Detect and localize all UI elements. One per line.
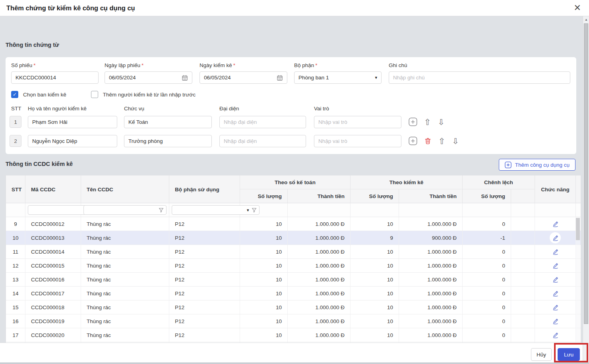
person-role-input[interactable] — [314, 116, 401, 128]
cell-bo-phan: P12 — [169, 259, 240, 272]
table-row[interactable]: 16 CCDC000019 Thùng rác P12 10 1.000.000… — [6, 314, 581, 328]
edit-row-button[interactable] — [550, 232, 561, 243]
checkbox-icon[interactable]: ✓ — [91, 91, 98, 98]
edit-row-button[interactable] — [550, 288, 561, 299]
cell-bo-phan: P12 — [169, 231, 240, 245]
required-marker: * — [33, 62, 35, 68]
cell-empty — [511, 217, 535, 231]
ngay-kiem-ke-datepicker[interactable]: 06/05/2024 — [200, 71, 287, 84]
dialog-title: Thêm chứng từ kiểm kê công cụ dụng cụ — [6, 4, 135, 12]
sub-header-so-luong: Số lượng — [463, 189, 511, 203]
cancel-button[interactable]: Hủy — [531, 348, 552, 361]
cell-so-luong-kiem-ke: 10 — [351, 314, 399, 328]
dialog-vertical-scrollbar[interactable]: ▲ — [583, 16, 589, 364]
person-representative-input[interactable] — [219, 116, 306, 128]
person-position-input[interactable] — [124, 116, 212, 128]
cell-so-luong-so-ke-toan: 10 — [240, 287, 288, 300]
people-header-role: Vai trò — [314, 106, 329, 112]
calendar-icon[interactable] — [277, 75, 283, 81]
section-title-ccdc-info: Thông tin CCDC kiểm kê — [6, 161, 73, 167]
person-role-input[interactable] — [314, 135, 401, 147]
table-row[interactable]: 14 CCDC000017 Thùng rác P12 10 1.000.000… — [6, 287, 581, 300]
cell-ma-ccdc: CCDC000020 — [25, 328, 81, 342]
dialog-body: Thông tin chứng từ Số phiếu* Ngày lập ph… — [0, 16, 583, 343]
cell-thanh-tien-kiem-ke: 1.000.000 Đ — [399, 300, 463, 314]
cell-bo-phan: P12 — [169, 273, 240, 286]
edit-row-button[interactable] — [550, 260, 561, 271]
add-person-button[interactable] — [409, 137, 417, 145]
table-row[interactable]: 9 CCDC000012 Thùng rác P12 10 1.000.000 … — [6, 217, 581, 231]
cell-so-luong-so-ke-toan: 10 — [240, 245, 288, 258]
filter-ten-ccdc-input[interactable] — [86, 207, 156, 213]
cell-ten-ccdc: Thùng rác — [81, 300, 169, 314]
edit-row-button[interactable] — [550, 246, 561, 257]
edit-row-button[interactable] — [550, 218, 561, 229]
cell-thanh-tien-so-ke-toan: 1.000.000 Đ — [288, 328, 351, 342]
person-position-input[interactable] — [124, 135, 212, 147]
person-representative-input[interactable] — [219, 135, 306, 147]
move-up-icon[interactable]: ⇧ — [424, 118, 431, 126]
cell-so-luong-so-ke-toan: 10 — [240, 314, 288, 328]
edit-row-button[interactable] — [550, 316, 561, 327]
people-header-position: Chức vụ — [124, 106, 144, 112]
sub-header-empty — [511, 189, 535, 203]
cell-ma-ccdc: CCDC000019 — [25, 314, 81, 328]
cell-stt: 10 — [6, 231, 25, 245]
save-button[interactable]: Lưu — [558, 348, 580, 361]
cell-stt: 13 — [6, 273, 25, 286]
move-down-icon[interactable]: ⇩ — [452, 137, 459, 145]
bo-phan-select[interactable]: Phòng ban 1 ▾ — [294, 71, 382, 84]
table-row[interactable]: 17 CCDC000020 Thùng rác P12 10 1.000.000… — [6, 328, 581, 342]
cell-so-luong-chenh-lech: 0 — [463, 314, 511, 328]
add-ccdc-button[interactable]: Thêm công cụ dụng cụ — [499, 159, 575, 171]
required-marker: * — [315, 62, 317, 68]
group-header-theo-kiem-ke: Theo kiểm kê — [351, 175, 463, 189]
table-row[interactable]: 10 CCDC000013 Thùng rác P12 10 1.000.000… — [6, 231, 581, 245]
scroll-up-icon[interactable]: ▲ — [583, 18, 589, 21]
person-name-input[interactable] — [28, 135, 117, 147]
dialog-titlebar: Thêm chứng từ kiểm kê công cụ dụng cụ ✕ — [0, 0, 589, 16]
person-name-input[interactable] — [28, 116, 117, 128]
filter-bo-phan-input[interactable] — [174, 207, 244, 213]
delete-person-icon[interactable] — [424, 137, 432, 145]
table-row[interactable]: 12 CCDC000015 Thùng rác P12 10 1.000.000… — [6, 259, 581, 273]
sub-header-thanh-tien: Thành tiền — [399, 189, 463, 203]
edit-row-button[interactable] — [550, 329, 561, 341]
sub-header-so-luong: Số lượng — [240, 189, 288, 203]
checkbox-them-nguoi-kiem-ke[interactable]: ✓ Thêm người kiểm kê từ lần nhập trước — [91, 91, 196, 98]
close-icon[interactable]: ✕ — [574, 3, 581, 13]
sub-header-thanh-tien: Thành tiền — [288, 189, 351, 203]
cell-thanh-tien-so-ke-toan: 1.000.000 Đ — [288, 273, 351, 286]
table-vertical-scrollbar[interactable]: ▼ — [575, 217, 580, 354]
scrollbar-thumb[interactable] — [584, 23, 588, 324]
people-header-representative: Đại diện — [219, 106, 239, 112]
cell-thanh-tien-kiem-ke: 1.000.000 Đ — [399, 287, 463, 300]
checkbox-chon-ban-kiem-ke[interactable]: ✓ Chọn ban kiểm kê — [11, 91, 66, 98]
checkbox-icon[interactable]: ✓ — [11, 91, 18, 98]
add-person-button[interactable] — [409, 117, 417, 126]
cell-so-luong-kiem-ke: 10 — [351, 273, 399, 286]
cell-thanh-tien-so-ke-toan: 1.000.000 Đ — [288, 217, 351, 231]
move-up-icon[interactable]: ⇧ — [438, 137, 446, 145]
person-stt-badge: 1 — [10, 116, 21, 128]
ngay-lap-phieu-datepicker[interactable]: 06/05/2024 — [105, 71, 192, 84]
filter-ten-ccdc[interactable] — [83, 205, 167, 215]
ghi-chu-input[interactable] — [389, 71, 570, 84]
cell-so-luong-so-ke-toan: 10 — [240, 328, 288, 342]
move-down-icon[interactable]: ⇩ — [438, 118, 445, 126]
cell-chuc-nang — [535, 245, 576, 258]
calendar-icon[interactable] — [182, 75, 188, 81]
cell-so-luong-so-ke-toan: 10 — [240, 259, 288, 272]
edit-row-button[interactable] — [550, 274, 561, 285]
cell-stt: 12 — [6, 259, 25, 272]
table-row[interactable]: 15 CCDC000018 Thùng rác P12 10 1.000.000… — [6, 300, 581, 314]
edit-row-button[interactable] — [550, 302, 561, 313]
so-phieu-input[interactable] — [11, 71, 99, 84]
table-row[interactable]: 11 CCDC000014 Thùng rác P12 10 1.000.000… — [6, 245, 581, 259]
table-row[interactable]: 13 CCDC000016 Thùng rác P12 10 1.000.000… — [6, 273, 581, 287]
cell-ma-ccdc: CCDC000012 — [25, 217, 81, 231]
scrollbar-thumb[interactable] — [576, 218, 580, 240]
cell-ten-ccdc: Thùng rác — [81, 314, 169, 328]
cell-so-luong-kiem-ke: 10 — [351, 245, 399, 258]
cell-so-luong-kiem-ke: 10 — [351, 300, 399, 314]
